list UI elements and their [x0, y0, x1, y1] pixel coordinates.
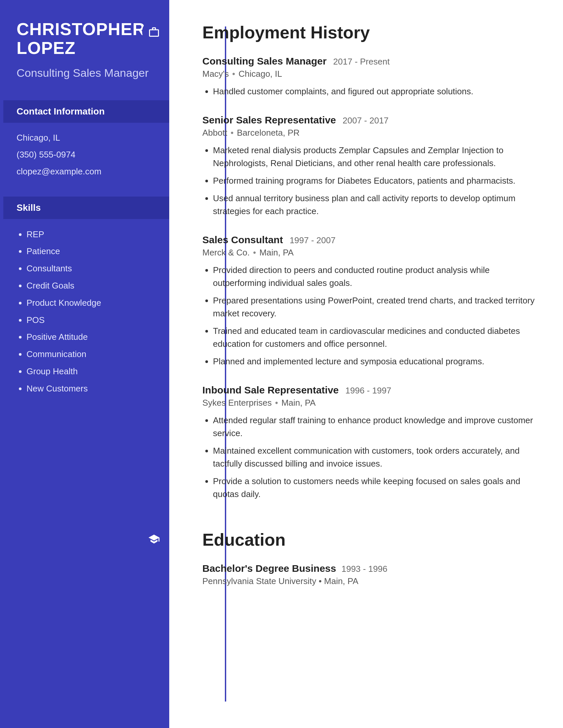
job-title: Sales Consultant [202, 234, 283, 246]
job-dates: 2017 - Present [333, 57, 390, 67]
skill-item: Credit Goals [26, 280, 156, 292]
edu-dates: 1993 - 1996 [342, 564, 388, 574]
job-company: Sykes Enterprises•Main, PA [202, 398, 537, 408]
job-header: Consulting Sales Manager2017 - Present [202, 56, 537, 67]
skills-list: REPPatienceConsultantsCredit GoalsProduc… [17, 229, 156, 394]
job-bullet: Provide a solution to customers needs wh… [213, 475, 537, 501]
contact-header: Contact Information [3, 100, 169, 123]
job-header: Senior Sales Representative2007 - 2017 [202, 114, 537, 126]
job-bullet: Marketed renal dialysis products Zemplar… [213, 144, 537, 170]
contact-email: clopez@example.com [17, 166, 156, 177]
skill-item: Consultants [26, 263, 156, 274]
employment-icon [142, 20, 166, 44]
education-title: Education [202, 527, 537, 550]
edu-degree: Bachelor's Degree Business1993 - 1996 [202, 563, 537, 574]
skills-header: Skills [3, 197, 169, 219]
job-bullet: Used annual territory business plan and … [213, 192, 537, 218]
job-title: Senior Sales Representative [202, 114, 336, 126]
job-bullets: Attended regular staff training to enhan… [202, 414, 537, 501]
education-container: Bachelor's Degree Business1993 - 1996Pen… [202, 563, 537, 586]
education-section: Education Bachelor's Degree Business1993… [202, 527, 537, 586]
main-content: Employment History Consulting Sales Mana… [169, 0, 563, 728]
job-entry: Sales Consultant1997 - 2007Merck & Co.•M… [202, 234, 537, 368]
job-bullets: Handled customer complaints, and figured… [202, 85, 537, 98]
jobs-container: Consulting Sales Manager2017 - PresentMa… [202, 56, 537, 501]
job-bullet: Performed training programs for Diabetes… [213, 174, 537, 187]
job-header: Sales Consultant1997 - 2007 [202, 234, 537, 246]
skills-section: Skills REPPatienceConsultantsCredit Goal… [17, 197, 156, 394]
edu-school: Pennsylvania State University • Main, PA [202, 576, 537, 586]
skill-item: New Customers [26, 383, 156, 394]
job-bullet: Planned and implemented lecture and symp… [213, 355, 537, 368]
job-bullet: Attended regular staff training to enhan… [213, 414, 537, 440]
job-bullet: Prepared presentations using PowerPoint,… [213, 294, 537, 320]
skill-item: POS [26, 315, 156, 326]
job-company: Merck & Co.•Main, PA [202, 248, 537, 258]
skill-item: Product Knowledge [26, 297, 156, 309]
job-bullet: Handled customer complaints, and figured… [213, 85, 537, 98]
job-bullet: Maintained excellent communication with … [213, 444, 537, 470]
sidebar: CHRISTOPHER LOPEZ Consulting Sales Manag… [0, 0, 169, 728]
candidate-name: CHRISTOPHER LOPEZ [17, 20, 156, 58]
job-title: Consulting Sales Manager [202, 56, 327, 67]
skill-item: REP [26, 229, 156, 240]
job-company: Macy's•Chicago, IL [202, 69, 537, 79]
job-bullets: Provided direction to peers and conducte… [202, 264, 537, 368]
job-entry: Inbound Sale Representative1996 - 1997Sy… [202, 385, 537, 501]
skill-item: Positive Attitude [26, 332, 156, 343]
job-dates: 2007 - 2017 [343, 115, 389, 126]
edu-degree-text: Bachelor's Degree Business [202, 563, 336, 574]
skill-item: Group Health [26, 366, 156, 377]
job-bullet: Provided direction to peers and conducte… [213, 264, 537, 290]
job-title: Inbound Sale Representative [202, 385, 339, 396]
job-company: Abbott•Barceloneta, PR [202, 128, 537, 138]
skill-item: Communication [26, 349, 156, 360]
job-entry: Consulting Sales Manager2017 - PresentMa… [202, 56, 537, 98]
contact-city: Chicago, IL [17, 133, 156, 143]
job-entry: Senior Sales Representative2007 - 2017Ab… [202, 114, 537, 218]
job-bullets: Marketed renal dialysis products Zemplar… [202, 144, 537, 218]
skill-item: Patience [26, 246, 156, 257]
education-icon [142, 527, 166, 551]
job-dates: 1996 - 1997 [346, 386, 392, 396]
employment-section: Employment History Consulting Sales Mana… [202, 20, 537, 501]
employment-title: Employment History [202, 20, 537, 42]
candidate-title: Consulting Sales Manager [17, 66, 156, 80]
briefcase-svg [148, 26, 160, 38]
job-dates: 1997 - 2007 [290, 235, 336, 246]
job-bullet: Trained and educated team in cardiovascu… [213, 325, 537, 350]
graduation-cap-svg [148, 533, 160, 545]
contact-phone: (350) 555-0974 [17, 150, 156, 160]
education-entry: Bachelor's Degree Business1993 - 1996Pen… [202, 563, 537, 586]
job-header: Inbound Sale Representative1996 - 1997 [202, 385, 537, 396]
